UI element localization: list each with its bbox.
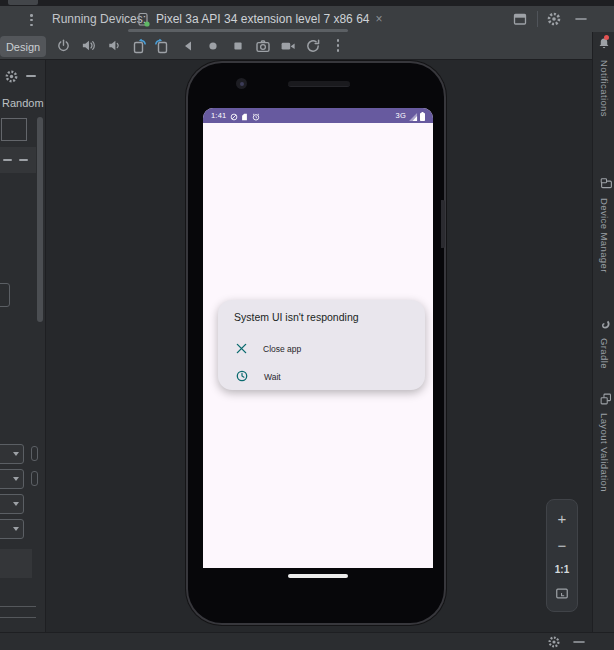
alarm-clock-icon: [252, 108, 260, 125]
settings-gear-icon[interactable]: [546, 11, 562, 27]
tool-window-label: Device Manager: [599, 198, 610, 273]
tool-window-label: Notifications: [599, 60, 610, 117]
bottom-settings-gear-icon[interactable]: [547, 635, 561, 649]
sidebar-item-layout-validation[interactable]: Layout Validation: [593, 390, 614, 492]
left-panel-dropdown[interactable]: [0, 469, 24, 489]
home-indicator-bar[interactable]: [288, 574, 348, 578]
power-side-button: [441, 200, 445, 248]
more-options-kebab-icon[interactable]: [330, 38, 346, 54]
emulator-toolbar: Design: [0, 32, 592, 60]
volume-up-icon[interactable]: [80, 38, 96, 54]
anr-wait-option[interactable]: Wait: [218, 366, 425, 388]
earpiece-speaker: [288, 81, 350, 87]
sidebar-item-gradle[interactable]: Gradle: [593, 315, 614, 369]
left-panel-divider: [0, 606, 36, 607]
left-panel-dropdown[interactable]: [0, 494, 24, 514]
left-panel-dropdown[interactable]: [0, 519, 24, 539]
sidebar-item-notifications[interactable]: Notifications: [593, 36, 614, 117]
zoom-in-button[interactable]: +: [558, 511, 567, 526]
notifications-bell-icon: [597, 36, 611, 55]
left-panel-row[interactable]: [0, 147, 36, 173]
device-tab-label: Pixel 3a API 34 extension level 7 x86 64: [156, 12, 369, 26]
left-panel-scrollbar[interactable]: [37, 117, 43, 322]
sim-card-icon: [241, 108, 248, 125]
emulator-device-pixel-3a: 1:41 3G: [188, 63, 444, 623]
close-tab-icon[interactable]: ×: [375, 6, 382, 32]
network-type-label: 3G: [396, 111, 406, 120]
left-panel-partial-box: [0, 283, 10, 307]
running-devices-header: Running Devices: Pixel 3a API 34 extensi…: [0, 6, 614, 32]
screen-record-video-icon[interactable]: [280, 38, 296, 54]
tool-window-label: Layout Validation: [599, 413, 610, 492]
actual-size-button[interactable]: 1:1: [555, 564, 569, 575]
left-cropped-panel: Random: [0, 60, 46, 632]
layout-validation-icon: [595, 393, 613, 406]
left-panel-widget[interactable]: [31, 446, 38, 461]
anr-dialog: System UI isn't responding Close app Wai…: [218, 300, 425, 390]
bottom-panel-header: [0, 632, 614, 650]
front-camera: [236, 78, 247, 89]
sidebar-item-device-manager[interactable]: Device Manager: [593, 175, 614, 273]
close-x-icon: [236, 340, 247, 358]
gradle-elephant-icon: [595, 318, 613, 331]
header-divider: [537, 11, 538, 27]
volume-down-icon[interactable]: [105, 38, 121, 54]
device-manager-icon: [595, 178, 613, 191]
left-panel-field[interactable]: [1, 118, 27, 141]
left-panel-dropdown[interactable]: [0, 444, 24, 464]
device-phone-icon: [137, 12, 150, 27]
overview-button-icon[interactable]: [230, 38, 246, 54]
anr-close-app-option[interactable]: Close app: [218, 338, 425, 360]
right-tool-window-bar: Notifications Device Manager Gradle Layo…: [592, 32, 614, 632]
status-time: 1:41: [211, 111, 226, 120]
background-tab-remnant: [8, 0, 38, 5]
home-button-icon[interactable]: [205, 38, 221, 54]
android-studio-running-devices-window: Running Devices: Pixel 3a API 34 extensi…: [0, 0, 614, 650]
left-panel-gear-icon[interactable]: [4, 69, 19, 84]
anr-option-label: Wait: [264, 372, 281, 382]
left-panel-row[interactable]: [0, 549, 32, 578]
battery-icon: [420, 108, 425, 125]
left-panel-random-label: Random: [2, 97, 44, 109]
signal-strength-icon: [409, 108, 418, 125]
notification-badge: [604, 35, 609, 40]
clock-wait-icon: [236, 368, 248, 386]
panel-options-kebab-icon[interactable]: [30, 14, 33, 26]
back-button-icon[interactable]: [180, 38, 196, 54]
design-tab[interactable]: Design: [0, 36, 46, 57]
rotate-right-icon[interactable]: [155, 38, 171, 54]
power-button-icon[interactable]: [55, 38, 71, 54]
bottom-hide-minus-icon[interactable]: [572, 635, 586, 649]
left-panel-minus-icon[interactable]: [26, 75, 36, 77]
fit-to-window-icon[interactable]: [555, 587, 569, 600]
left-panel-widget[interactable]: [31, 471, 38, 486]
snapshots-restore-icon[interactable]: [305, 38, 321, 54]
tool-window-label: Gradle: [599, 338, 610, 369]
emulator-toolbar-icons: [55, 32, 346, 59]
android-status-bar: 1:41 3G: [203, 108, 433, 123]
window-restore-icon[interactable]: [512, 11, 528, 27]
screenshot-camera-icon[interactable]: [255, 38, 271, 54]
device-screen[interactable]: 1:41 3G: [203, 108, 433, 568]
zoom-controls-panel: + − 1:1: [546, 499, 578, 612]
left-panel-divider: [0, 617, 36, 618]
zoom-out-button[interactable]: −: [558, 538, 567, 553]
anr-dialog-title: System UI isn't responding: [234, 311, 359, 323]
hide-panel-minus-icon[interactable]: [574, 11, 588, 27]
rotate-left-icon[interactable]: [130, 38, 146, 54]
anr-option-label: Close app: [263, 344, 301, 354]
do-not-disturb-icon: [230, 108, 238, 125]
